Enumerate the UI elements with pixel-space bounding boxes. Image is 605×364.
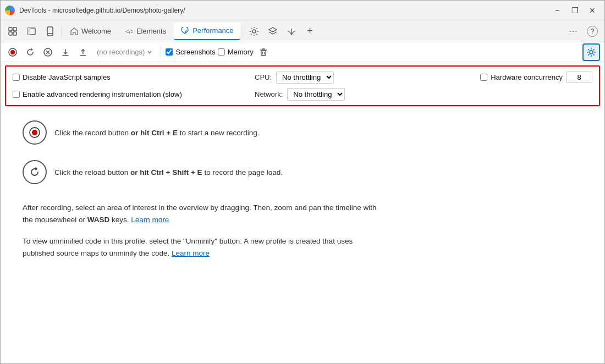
svg-point-24 [590, 51, 593, 54]
elements-icon: </> [125, 27, 133, 35]
close-button[interactable]: ✕ [585, 4, 600, 16]
record-hint: Click the record button or hit Ctrl + E … [23, 120, 582, 145]
memory-checkbox-label[interactable]: Memory [218, 48, 254, 56]
tab-welcome[interactable]: Welcome [64, 23, 118, 40]
reload-button-hint-icon [23, 160, 47, 184]
recordings-dropdown[interactable]: (no recordings) [93, 46, 156, 58]
advanced-rendering-label[interactable]: Enable advanced rendering instrumentatio… [13, 90, 255, 98]
tab-settings[interactable] [245, 23, 263, 40]
svg-rect-6 [47, 27, 53, 36]
clear-button[interactable] [40, 45, 56, 60]
settings-row-2: Enable advanced rendering instrumentatio… [13, 88, 592, 101]
svg-rect-1 [13, 27, 16, 31]
svg-rect-19 [261, 51, 266, 56]
svg-point-26 [32, 130, 37, 135]
reload-hint: Click the reload button or hit Ctrl + Sh… [23, 160, 582, 184]
record-button-hint-icon [23, 120, 47, 145]
main-content: Click the record button or hit Ctrl + E … [1, 109, 604, 280]
svg-text:</>: </> [125, 28, 133, 35]
layers-icon [268, 26, 278, 36]
tab-elements[interactable]: </> Elements [119, 23, 173, 40]
toolbar-divider-1 [161, 47, 161, 58]
tab-network[interactable] [283, 23, 300, 40]
dropdown-arrow-icon [147, 49, 152, 55]
window-title: DevTools - microsoftedge.github.io/Demos… [19, 7, 545, 14]
hardware-concurrency-label: Hardware concurrency [491, 73, 563, 81]
inspect-button[interactable] [4, 23, 21, 40]
toolbar-right [582, 43, 600, 61]
info-paragraph-2: To view unminified code in this profile,… [23, 235, 386, 259]
more-options-button[interactable]: ⋯ [564, 23, 581, 40]
network-throttle-select[interactable]: No throttling [287, 88, 345, 101]
tab-performance[interactable]: Performance [174, 23, 240, 40]
device-button[interactable] [41, 23, 59, 40]
network-throttle-row: Network: No throttling [255, 88, 345, 101]
toolbar: (no recordings) Screenshots Memory [1, 42, 604, 62]
screenshots-checkbox-label[interactable]: Screenshots [166, 48, 215, 56]
tab-bar: Welcome </> Elements Performance [1, 20, 604, 42]
svg-point-10 [252, 30, 256, 33]
svg-rect-2 [9, 32, 12, 35]
window-controls: − ❐ ✕ [549, 4, 600, 16]
cpu-throttle-row: CPU: No throttling [255, 71, 334, 84]
cpu-throttle-select[interactable]: No throttling [276, 71, 334, 84]
import-button[interactable] [58, 45, 73, 60]
hardware-concurrency-input[interactable] [566, 71, 592, 83]
inspect-icon [8, 26, 18, 36]
delete-recording-button[interactable] [256, 45, 271, 60]
performance-icon [180, 27, 189, 35]
record-button[interactable] [5, 45, 20, 60]
minimize-button[interactable]: − [549, 4, 565, 16]
capture-settings-button[interactable] [582, 43, 600, 61]
add-tab-button[interactable]: + [301, 23, 319, 40]
screenshots-checkbox[interactable] [166, 48, 173, 56]
info-block: After recording, select an area of inter… [23, 202, 386, 269]
help-button[interactable]: ? [584, 23, 601, 40]
reload-icon [26, 48, 35, 57]
memory-checkbox[interactable] [218, 48, 225, 56]
network-icon [287, 26, 296, 36]
reload-hint-text: Click the reload button or hit Ctrl + Sh… [54, 168, 283, 177]
app-favicon [5, 5, 15, 15]
record-hint-text: Click the record button or hit Ctrl + E … [54, 129, 260, 137]
tab-separator-1 [61, 26, 62, 37]
settings-panel: Disable JavaScript samples CPU: No throt… [5, 65, 600, 106]
tab-separator-2 [243, 26, 243, 37]
reload-hint-icon [29, 167, 40, 178]
hardware-concurrency-row: Hardware concurrency [480, 71, 592, 83]
learn-more-link-2[interactable]: Learn more [172, 249, 210, 257]
export-button[interactable] [75, 45, 91, 60]
delete-icon [259, 48, 268, 57]
device-icon [45, 26, 55, 36]
svg-rect-5 [28, 28, 30, 35]
svg-rect-3 [13, 32, 16, 35]
advanced-rendering-checkbox[interactable] [13, 91, 20, 98]
title-bar: DevTools - microsoftedge.github.io/Demos… [1, 1, 604, 20]
dock-icon [26, 26, 36, 36]
settings-tab-icon [249, 26, 259, 36]
home-icon [70, 27, 78, 35]
record-icon [8, 48, 17, 57]
clear-icon [43, 48, 52, 57]
svg-point-11 [290, 33, 292, 35]
record-hint-icon [29, 127, 40, 138]
info-paragraph-1: After recording, select an area of inter… [23, 202, 386, 225]
tab-layers[interactable] [264, 23, 282, 40]
svg-rect-0 [9, 27, 12, 31]
disable-js-samples-label[interactable]: Disable JavaScript samples [13, 73, 255, 81]
settings-row-1: Disable JavaScript samples CPU: No throt… [13, 71, 592, 84]
hardware-concurrency-checkbox[interactable] [480, 74, 487, 81]
import-icon [61, 48, 70, 57]
learn-more-link-1[interactable]: Learn more [131, 216, 169, 224]
export-icon [79, 48, 87, 57]
dock-button[interactable] [23, 23, 40, 40]
disable-js-samples-checkbox[interactable] [13, 74, 20, 81]
gear-icon [586, 47, 596, 57]
tab-bar-right: ⋯ ? [564, 23, 601, 40]
reload-profile-button[interactable] [23, 45, 38, 60]
svg-point-13 [10, 50, 15, 54]
restore-button[interactable]: ❐ [567, 4, 582, 16]
